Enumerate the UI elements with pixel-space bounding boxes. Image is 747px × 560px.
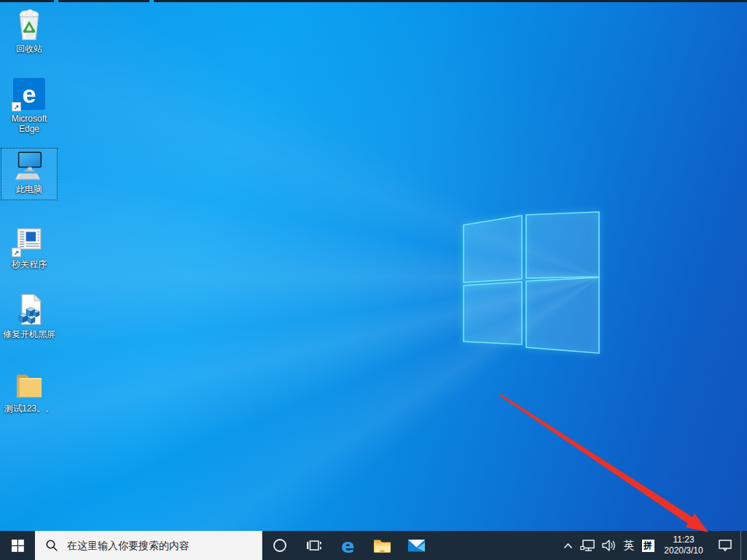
desktop-icon-label: 修复开机黑屏 xyxy=(3,329,55,339)
edge-icon: e ↗ xyxy=(11,76,47,112)
system-tray: 英 拼 11:23 2020/3/10 xyxy=(558,531,747,560)
top-border-line xyxy=(154,0,747,2)
windows-logo-icon xyxy=(12,540,24,552)
top-border-line xyxy=(58,0,149,2)
shortcut-arrow-icon: ↗ xyxy=(12,102,21,111)
desktop-icon-fix-boot-black-screen[interactable]: 修复开机黑屏 xyxy=(1,290,58,339)
desktop-icon-microsoft-edge[interactable]: e ↗ Microsoft Edge xyxy=(1,74,58,134)
desktop-icon-test-folder[interactable]: 测试123。。 xyxy=(1,364,58,414)
network-tray-button[interactable] xyxy=(577,531,598,560)
edge-e-icon: e xyxy=(341,536,354,556)
taskbar-empty-area xyxy=(434,531,558,560)
search-icon xyxy=(45,539,58,552)
ime-mode-indicator[interactable]: 拼 xyxy=(638,531,657,560)
file-explorer-button[interactable] xyxy=(365,531,399,560)
task-view-button[interactable] xyxy=(297,531,331,560)
tray-overflow-button[interactable] xyxy=(558,531,577,560)
clock[interactable]: 11:23 2020/3/10 xyxy=(657,531,710,560)
desktop-icon-label: 回收站 xyxy=(16,44,42,54)
action-center-button[interactable] xyxy=(710,531,740,560)
speaker-volume-icon xyxy=(601,539,617,552)
start-button[interactable] xyxy=(0,531,35,560)
desktop-icon-recycle-bin[interactable]: 回收站 xyxy=(1,4,58,54)
taskbar-search[interactable] xyxy=(35,531,262,560)
folder-icon xyxy=(11,366,47,402)
desktop-icon-label: Microsoft Edge xyxy=(1,114,57,134)
cortana-circle-icon xyxy=(273,538,287,553)
windows-logo-wallpaper xyxy=(459,208,605,358)
mail-envelope-icon xyxy=(407,538,426,553)
cortana-button[interactable] xyxy=(262,531,297,560)
desktop-icon-label: 秒关程序 xyxy=(12,259,47,269)
recycle-bin-icon xyxy=(11,6,47,42)
ime-pinyin-icon: 拼 xyxy=(642,540,654,552)
this-pc-icon xyxy=(11,149,47,183)
search-input[interactable] xyxy=(66,539,262,552)
mail-button[interactable] xyxy=(399,531,434,560)
ime-language-indicator[interactable]: 英 xyxy=(619,531,638,560)
ethernet-network-icon xyxy=(580,539,596,552)
desktop-icon-miaoguan-program[interactable]: ↗ 秒关程序 xyxy=(1,220,58,269)
task-view-icon xyxy=(306,538,321,553)
program-window-icon: ↗ xyxy=(11,221,47,258)
registry-file-icon xyxy=(11,291,47,328)
top-border-line xyxy=(0,0,54,2)
ime-language-text: 英 xyxy=(624,539,635,553)
shortcut-arrow-icon: ↗ xyxy=(12,248,21,257)
file-explorer-icon xyxy=(373,537,391,553)
action-center-icon xyxy=(717,538,733,553)
desktop-icon-this-pc[interactable]: 此电脑 xyxy=(1,148,58,200)
clock-time: 11:23 xyxy=(673,535,694,545)
desktop-icon-label: 测试123。。 xyxy=(4,403,54,414)
clock-date: 2020/3/10 xyxy=(664,545,703,556)
chevron-up-icon xyxy=(563,543,573,549)
edge-taskbar-button[interactable]: e xyxy=(331,531,365,560)
taskbar: e xyxy=(0,531,747,560)
show-desktop-button[interactable] xyxy=(740,531,747,560)
desktop-wallpaper xyxy=(0,0,747,560)
desktop-icon-label: 此电脑 xyxy=(16,184,42,194)
volume-tray-button[interactable] xyxy=(598,531,619,560)
